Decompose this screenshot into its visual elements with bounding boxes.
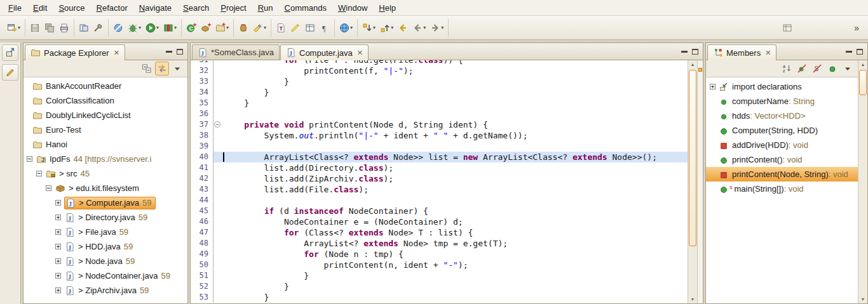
debug-button[interactable]: ▾	[126, 20, 143, 36]
new-java-project-button[interactable]: ▾	[214, 20, 231, 36]
maximize-button[interactable]	[857, 49, 863, 55]
new-java-project-dropdown-icon[interactable]: ▾	[226, 25, 229, 30]
code-line[interactable]: 49 for (Node n : tmp) {	[191, 249, 688, 260]
line-number[interactable]: 42	[191, 173, 214, 184]
search-dropdown-icon[interactable]: ▾	[264, 25, 266, 30]
build-button[interactable]	[92, 20, 105, 36]
tree-item[interactable]: DoublyLinkedCyclicList	[24, 108, 187, 122]
web-browser-dropdown-icon[interactable]: ▾	[350, 25, 353, 30]
fold-column[interactable]	[214, 162, 222, 173]
tree-item[interactable]: +J> Node.java59	[24, 254, 187, 268]
fold-column[interactable]	[214, 152, 222, 162]
code-text[interactable]: list.add(ZipArchiv.class);	[222, 173, 688, 184]
code-line[interactable]: 36	[191, 109, 688, 119]
line-number[interactable]: 50	[191, 260, 214, 270]
tree-expander-minus-icon[interactable]: −	[46, 185, 51, 191]
show-views-button[interactable]	[303, 20, 317, 36]
tree-expander-plus-icon[interactable]: +	[55, 200, 61, 206]
code-line[interactable]: 47 for (Class<? extends Node> T : list) …	[191, 227, 688, 238]
tree-item[interactable]: −> src45	[24, 166, 187, 181]
overview-ruler[interactable]	[697, 60, 703, 303]
tree-expander-plus-icon[interactable]: +	[55, 287, 61, 293]
tree-item[interactable]: −> edu.kit.filesystem	[24, 181, 187, 195]
link-with-editor-button[interactable]	[155, 62, 169, 76]
tree-item[interactable]: +J> File.java59	[24, 225, 187, 239]
menu-edit[interactable]: Edit	[27, 1, 53, 15]
code-line[interactable]: 44	[191, 195, 688, 206]
menu-project[interactable]: Project	[215, 1, 252, 15]
fold-column[interactable]	[214, 195, 222, 206]
show-whitespace-button[interactable]: ¶	[318, 20, 332, 36]
member-item[interactable]: computerName : String	[706, 94, 858, 109]
line-number[interactable]: 49	[191, 249, 214, 260]
menu-source[interactable]: Source	[53, 1, 90, 15]
code-text[interactable]: }	[222, 98, 688, 109]
code-editor[interactable]: 31 for (File f : hdd.get(File.class)) {3…	[191, 60, 688, 303]
fold-column[interactable]	[214, 141, 222, 152]
code-line[interactable]: 52 }	[191, 281, 688, 292]
prev-annotation-dropdown-icon[interactable]: ▾	[391, 25, 393, 30]
run-button[interactable]: ▾	[144, 20, 161, 36]
member-item[interactable]: printContent(Node, String) : void	[706, 167, 858, 182]
web-browser-button[interactable]: ▾	[337, 20, 355, 36]
tree-item[interactable]: −JIpdFs44 [https://svnserver.i	[24, 152, 187, 166]
fold-column[interactable]	[214, 60, 222, 65]
line-number[interactable]: 41	[191, 162, 214, 173]
maximize-button[interactable]	[692, 49, 698, 55]
editor-scrollbar[interactable]: ▲ ▼	[688, 60, 697, 303]
code-line[interactable]: 42 list.add(ZipArchiv.class);	[191, 173, 688, 184]
code-text[interactable]: list.add(File.class);	[222, 184, 688, 195]
line-number[interactable]: 35	[191, 98, 214, 109]
debug-dropdown-icon[interactable]: ▾	[139, 25, 141, 30]
code-text[interactable]: }	[222, 281, 688, 292]
tree-item[interactable]: BankAccountReader	[24, 79, 187, 93]
member-item[interactable]: addDrive(HDD) : void	[706, 138, 858, 152]
tree-item[interactable]: +J> NodeContainer.java59	[24, 268, 187, 283]
code-line[interactable]: 35 }	[191, 98, 688, 109]
code-line[interactable]: 38 System.out.println("|-" + ident + " "…	[191, 130, 688, 141]
line-number[interactable]: 31	[191, 60, 214, 65]
hide-static-button[interactable]: S	[810, 62, 824, 76]
line-number[interactable]: 33	[191, 76, 214, 87]
run-dropdown-icon[interactable]: ▾	[156, 25, 159, 30]
line-number[interactable]: 45	[191, 206, 214, 216]
code-text[interactable]: }	[222, 292, 688, 303]
line-number[interactable]: 40	[191, 152, 214, 162]
fold-column[interactable]	[214, 184, 222, 195]
mark-occurrences-button[interactable]	[288, 20, 302, 36]
search-button[interactable]: ▾	[251, 20, 268, 36]
fold-column[interactable]	[214, 98, 222, 109]
code-text[interactable]: ArrayList<? extends Node> tmp = e.get(T)…	[222, 238, 688, 249]
fold-collapse-icon[interactable]: −	[214, 121, 220, 128]
code-text[interactable]: }	[222, 87, 688, 98]
line-number[interactable]: 37	[191, 119, 214, 130]
new-wizard-button[interactable]: ▾	[5, 20, 22, 36]
fold-column[interactable]	[214, 65, 222, 76]
code-text[interactable]: }	[222, 76, 688, 87]
hide-non-public-button[interactable]	[825, 62, 839, 76]
scroll-up-icon[interactable]: ▲	[858, 60, 867, 69]
fold-column[interactable]	[214, 216, 222, 227]
scroll-down-icon[interactable]: ▼	[858, 295, 867, 303]
code-line[interactable]: 40 ArrayList<Class<? extends Node>> list…	[191, 152, 688, 162]
tree-item[interactable]: +J> ZipArchiv.java59	[24, 283, 187, 298]
line-number[interactable]: 48	[191, 238, 214, 249]
fast-view-editor-button[interactable]	[2, 64, 18, 81]
tree-expander-plus-icon[interactable]: +	[55, 273, 61, 279]
scroll-down-icon[interactable]: ▼	[688, 295, 697, 303]
member-item[interactable]: printContent() : void	[706, 152, 858, 167]
member-item[interactable]: Computer(String, HDD)	[706, 123, 858, 138]
tree-expander-minus-icon[interactable]: −	[27, 156, 32, 162]
tree-item[interactable]: +J> Directory.java59	[24, 210, 187, 225]
tree-item[interactable]: ColorClassification	[24, 93, 187, 108]
line-number[interactable]: 34	[191, 87, 214, 98]
members-scrollbar[interactable]: ▲ ▼	[858, 60, 867, 303]
jar-button[interactable]	[236, 20, 250, 36]
overview-marker[interactable]	[698, 68, 702, 72]
menu-window[interactable]: Window	[332, 1, 373, 15]
tree-expander-plus-icon[interactable]: +	[55, 258, 61, 264]
save-button[interactable]	[28, 20, 42, 36]
tree-item[interactable]: +J> Computer.java59	[24, 195, 187, 210]
minimize-button[interactable]	[166, 51, 172, 53]
code-line[interactable]: 31 for (File f : hdd.get(File.class)) {	[191, 60, 688, 65]
